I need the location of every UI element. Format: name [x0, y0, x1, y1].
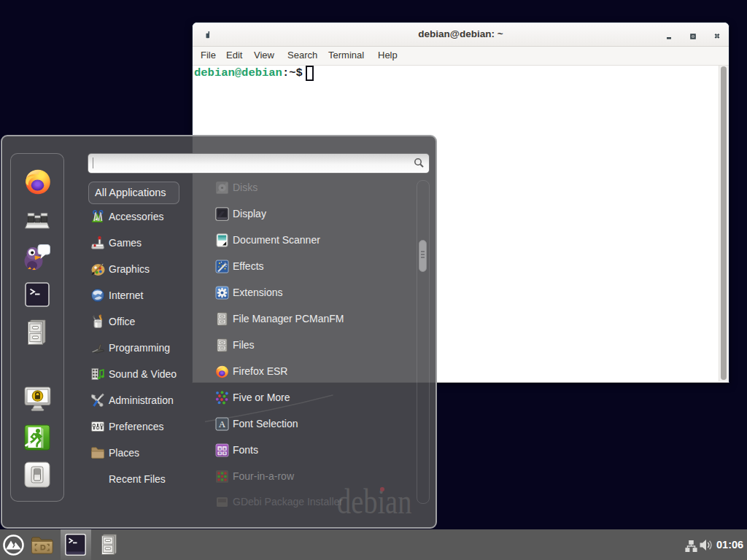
svg-text:A: A — [219, 419, 226, 429]
